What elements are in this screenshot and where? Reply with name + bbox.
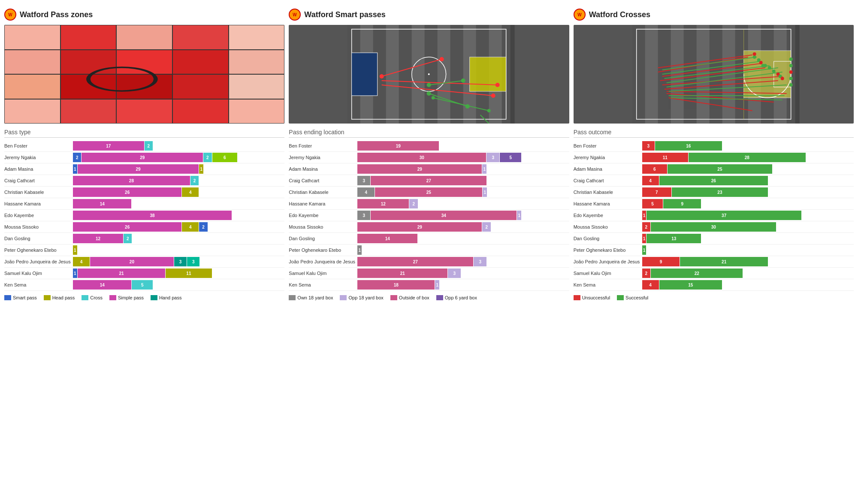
table-row: Craig Cathcart282 <box>4 175 284 187</box>
legend-label: Opp 18 yard box <box>348 295 383 300</box>
table-row: Hassane Kamara59 <box>574 198 854 210</box>
table-row: Moussa Sissoko292 <box>289 221 569 233</box>
svg-text:W: W <box>8 12 12 17</box>
crosses-legend: UnsuccessfulSuccessful <box>574 295 854 300</box>
svg-rect-8 <box>399 25 412 124</box>
bar-segment: 2 <box>124 234 132 243</box>
bar-segment: 4 <box>73 257 90 266</box>
bar-segment: 22 <box>651 269 743 278</box>
player-name: Samuel Kalu Ojim <box>289 271 357 276</box>
player-name: João Pedro Junqueira de Jesus <box>4 259 73 264</box>
bar-segment: 2 <box>203 153 211 162</box>
player-name: Ben Foster <box>289 143 357 148</box>
legend-item: Simple pass <box>109 295 144 300</box>
svg-point-2 <box>88 67 156 91</box>
player-name: João Pedro Junqueira de Jesus <box>289 259 357 264</box>
bar-segment: 1 <box>199 164 203 174</box>
bars-group: 3035 <box>357 153 569 162</box>
legend-swatch <box>82 295 88 300</box>
watford-logo-2: W <box>289 9 301 21</box>
player-name: Christian Kabasele <box>4 190 73 195</box>
bar-segment: 28 <box>689 153 806 162</box>
bar-segment: 2 <box>199 222 207 232</box>
svg-point-78 <box>789 57 792 61</box>
table-row: Hassane Kamara122 <box>289 198 569 210</box>
svg-point-29 <box>487 109 491 112</box>
bar-segment: 12 <box>73 234 123 243</box>
bar-segment: 1 <box>517 211 521 220</box>
bars-group: 2642 <box>73 222 284 232</box>
bar-segment: 4 <box>642 280 659 290</box>
pass-zones-title-text: Watford Pass zones <box>20 10 93 19</box>
bar-segment: 3 <box>486 153 499 162</box>
svg-point-72 <box>761 64 764 67</box>
bar-segment: 3 <box>357 211 370 220</box>
crosses-panel: W Watford Crosses <box>574 9 854 300</box>
legend-item: Opp 18 yard box <box>340 295 383 300</box>
legend-item: Smart pass <box>4 295 37 300</box>
bar-segment: 9 <box>642 257 680 266</box>
table-row: Christian Kabasele4251 <box>289 187 569 198</box>
table-row: Adam Masina1291 <box>4 163 284 175</box>
smart-passes-title-text: Watford Smart passes <box>304 10 385 19</box>
bar-segment: 21 <box>78 269 166 278</box>
pass-ending-label: Pass ending location <box>289 129 569 138</box>
svg-rect-16 <box>352 53 378 96</box>
svg-point-67 <box>752 55 756 59</box>
bars-group: 12111 <box>73 269 284 278</box>
player-name: Hassane Kamara <box>289 201 357 206</box>
legend-swatch <box>44 295 51 300</box>
bar-segment: 26 <box>659 176 768 185</box>
bar-segment: 1 <box>73 245 77 255</box>
bars-group: 19 <box>357 141 569 151</box>
bar-segment: 11 <box>642 153 688 162</box>
svg-text:W: W <box>293 12 297 17</box>
table-row: Dan Gosling113 <box>574 233 854 244</box>
table-row: Jeremy Ngakia1128 <box>574 152 854 163</box>
legend-swatch <box>390 295 397 300</box>
table-row: Edo Kayembe3341 <box>289 210 569 221</box>
bars-group: 222 <box>642 269 854 278</box>
bar-segment: 1 <box>483 187 487 197</box>
player-name: Dan Gosling <box>289 236 357 241</box>
watford-logo-3: W <box>574 9 586 21</box>
player-name: Craig Cathcart <box>289 178 357 183</box>
crosses-bars: Ben Foster316Jeremy Ngakia1128Adam Masin… <box>574 140 854 291</box>
table-row: Dan Gosling14 <box>289 233 569 244</box>
crosses-viz <box>574 25 854 124</box>
player-name: Samuel Kalu Ojim <box>4 271 73 276</box>
bars-group: 122 <box>357 199 569 208</box>
table-row: Ben Foster172 <box>4 140 284 152</box>
bar-segment: 14 <box>357 234 417 243</box>
bar-segment: 5 <box>132 280 153 290</box>
table-row: Dan Gosling122 <box>4 233 284 244</box>
bars-group: 282 <box>73 176 284 185</box>
legend-label: Successful <box>625 295 648 300</box>
player-name: Christian Kabasele <box>289 190 357 195</box>
svg-rect-9 <box>425 25 438 124</box>
table-row: Jeremy Ngakia22926 <box>4 152 284 163</box>
bars-group: 1128 <box>642 153 854 162</box>
bar-segment: 11 <box>166 269 211 278</box>
table-row: Ken Sema181 <box>289 279 569 291</box>
bars-group: 213 <box>357 269 569 278</box>
bar-segment: 17 <box>73 141 144 151</box>
legend-item: Outside of box <box>390 295 429 300</box>
svg-point-27 <box>461 78 465 83</box>
svg-point-81 <box>789 77 792 80</box>
bar-segment: 27 <box>357 257 473 266</box>
bars-group: 273 <box>357 257 569 266</box>
table-row: João Pedro Junqueira de Jesus273 <box>289 256 569 268</box>
bars-group: 1 <box>73 245 284 255</box>
bar-segment: 29 <box>82 153 203 162</box>
table-row: Christian Kabasele723 <box>574 187 854 198</box>
svg-point-80 <box>789 70 792 74</box>
svg-point-33 <box>427 91 431 96</box>
player-name: Peter Oghenekaro Etebo <box>574 247 642 253</box>
player-name: Edo Kayembe <box>574 213 642 218</box>
table-row: Ben Foster316 <box>574 140 854 152</box>
crosses-title: W Watford Crosses <box>574 9 854 21</box>
legend-swatch <box>617 295 624 300</box>
svg-point-69 <box>759 61 762 64</box>
player-name: Jeremy Ngakia <box>4 155 73 160</box>
